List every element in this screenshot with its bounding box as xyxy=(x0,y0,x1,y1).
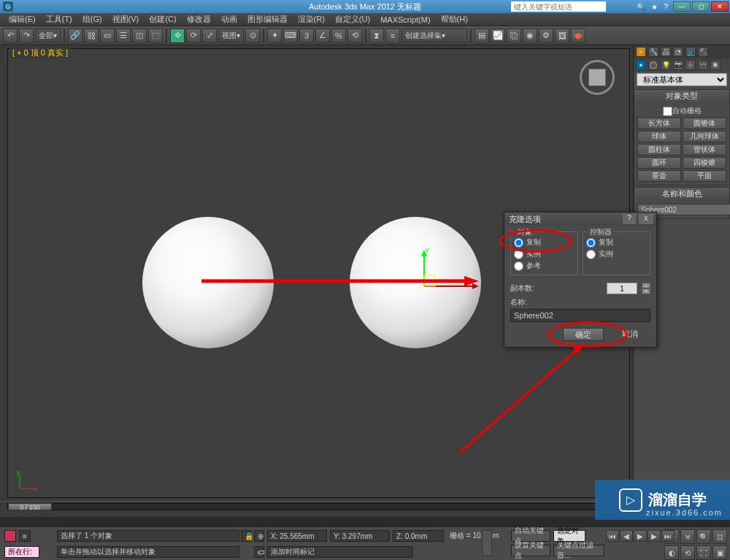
clone-name-input[interactable] xyxy=(510,309,650,322)
unlink-button[interactable]: ⛓ xyxy=(84,28,99,43)
nav-walk[interactable]: ⤧ xyxy=(680,529,695,544)
coord-mode-icon[interactable]: ⊕ xyxy=(254,530,264,542)
star-icon[interactable]: ★ xyxy=(651,3,658,11)
menu-customize[interactable]: 自定义(U) xyxy=(331,13,374,26)
help-search-input[interactable] xyxy=(511,1,606,12)
move-gizmo-icon[interactable]: y xyxy=(402,246,490,334)
schematic-button[interactable]: ⿻ xyxy=(507,28,521,43)
radio-ctrl-instance[interactable]: 实例 xyxy=(586,248,647,260)
key-filters-button[interactable]: 关键点过滤器... xyxy=(553,545,604,556)
time-slider-thumb[interactable]: 0 / 100 xyxy=(8,503,52,510)
menu-group[interactable]: 组(G) xyxy=(78,13,107,26)
redo-button[interactable]: ↷ xyxy=(19,28,34,43)
move-button[interactable]: ✥ xyxy=(170,28,185,43)
menu-help[interactable]: 帮助(H) xyxy=(437,13,472,26)
goto-start-button[interactable]: ⏮ xyxy=(606,530,619,542)
layers-button[interactable]: ▤ xyxy=(474,28,489,43)
curve-editor-button[interactable]: 📈 xyxy=(491,28,505,43)
time-slider-track[interactable]: 0 / 100 xyxy=(7,503,620,510)
nav-zoom[interactable]: 🔍 xyxy=(696,529,711,544)
minimize-button[interactable]: — xyxy=(673,1,691,12)
dialog-titlebar[interactable]: 克隆选项 ? x xyxy=(504,212,656,226)
link-button[interactable]: 🔗 xyxy=(68,28,82,43)
help-icon[interactable]: ? xyxy=(664,3,668,11)
snap-button[interactable]: 3 xyxy=(299,28,314,43)
tab-utilities[interactable]: 🔨 xyxy=(698,47,708,57)
btn-plane[interactable]: 平面 xyxy=(683,170,726,182)
tab-motion[interactable]: ◔ xyxy=(673,47,683,57)
play-button[interactable]: ▶ xyxy=(634,530,647,542)
viewcube[interactable] xyxy=(580,60,615,95)
cancel-button[interactable]: 取消 xyxy=(610,328,650,341)
tab-create[interactable]: ✳ xyxy=(636,47,646,57)
manipulate-button[interactable]: ✦ xyxy=(267,28,282,43)
menu-views[interactable]: 视图(V) xyxy=(108,13,144,26)
material-button[interactable]: ◉ xyxy=(523,28,537,43)
align-button[interactable]: ≡ xyxy=(385,28,400,43)
subtab-shapes[interactable]: ◯ xyxy=(648,60,658,70)
tab-modify[interactable]: 🔧 xyxy=(648,47,658,57)
menu-edit[interactable]: 编辑(E) xyxy=(4,13,40,26)
keyboard-button[interactable]: ⌨ xyxy=(283,28,298,43)
btn-torus[interactable]: 圆环 xyxy=(637,157,681,169)
window-crossing-button[interactable]: ⬚ xyxy=(148,28,163,43)
radio-reference[interactable]: 参考 xyxy=(514,260,575,272)
subtab-cameras[interactable]: 📷 xyxy=(673,60,683,70)
select-name-button[interactable]: ☰ xyxy=(116,28,131,43)
script-rec-icon[interactable] xyxy=(4,530,16,542)
select-region-button[interactable]: ◫ xyxy=(132,28,147,43)
nav-maximize[interactable]: ⛶ xyxy=(696,545,711,560)
timetag-field[interactable]: 添加时间标记 xyxy=(267,546,413,558)
menu-create[interactable]: 创建(C) xyxy=(145,13,180,26)
named-selection-dropdown[interactable]: 创建选择集 ▾ xyxy=(402,28,467,43)
btn-teapot[interactable]: 茶壶 xyxy=(637,170,681,182)
quick-render-button[interactable]: 🫖 xyxy=(571,28,585,43)
autogrid-checkbox[interactable] xyxy=(663,107,672,116)
tab-hierarchy[interactable]: 品 xyxy=(661,47,671,57)
menu-rendering[interactable]: 渲染(R) xyxy=(293,13,329,26)
angle-snap-button[interactable]: ∠ xyxy=(315,28,330,43)
btn-sphere[interactable]: 球体 xyxy=(637,131,681,142)
goto-end-button[interactable]: ⏭ xyxy=(661,530,675,542)
search-mini-icon[interactable]: 🔍 xyxy=(637,3,645,11)
ok-button[interactable]: 确定 xyxy=(563,328,604,341)
copies-spinner[interactable] xyxy=(607,283,637,294)
dialog-close-button[interactable]: x xyxy=(639,214,653,224)
undo-button[interactable]: ↶ xyxy=(3,28,18,43)
set-key-button[interactable]: 设置关键点 xyxy=(511,545,550,556)
nav-orbit[interactable]: ⟲ xyxy=(680,545,695,560)
big-key-button[interactable] xyxy=(482,530,492,556)
prev-frame-button[interactable]: ◀ xyxy=(620,530,633,542)
spinner-down[interactable]: ▼ xyxy=(642,288,650,294)
tab-display[interactable]: 📺 xyxy=(685,47,696,57)
timetag-icon[interactable]: 🏷 xyxy=(254,546,264,558)
geometry-category-dropdown[interactable]: 标准基本体 xyxy=(637,73,727,86)
menu-maxscript[interactable]: MAXScript(M) xyxy=(376,15,434,25)
scale-button[interactable]: ⤢ xyxy=(202,28,217,43)
next-frame-button[interactable]: ▶ xyxy=(648,530,661,542)
maximize-button[interactable]: ◻ xyxy=(692,1,710,12)
nav-fov[interactable]: ◐ xyxy=(664,545,679,560)
radio-instance[interactable]: 实例 xyxy=(514,248,575,260)
dialog-help-button[interactable]: ? xyxy=(623,214,636,224)
radio-ctrl-copy[interactable]: 复制 xyxy=(586,237,647,248)
menu-modifiers[interactable]: 修改器 xyxy=(182,13,215,26)
coord-x[interactable]: X: 25.565mm xyxy=(267,530,327,542)
subtab-spacewarps[interactable]: 〰 xyxy=(698,60,708,70)
coord-z[interactable]: Z: 0.0mm xyxy=(393,530,444,542)
subtab-geometry[interactable]: ● xyxy=(636,60,646,70)
render-setup-button[interactable]: ⚙ xyxy=(539,28,553,43)
scope-dropdown[interactable]: 全部 ▾ xyxy=(35,28,61,43)
nav-region[interactable]: ▣ xyxy=(712,545,727,560)
close-button[interactable]: ✕ xyxy=(711,1,729,12)
sphere-original[interactable] xyxy=(142,217,274,348)
coord-y[interactable]: Y: 3.297mm xyxy=(330,530,390,542)
percent-snap-button[interactable]: % xyxy=(331,28,346,43)
btn-geosphere[interactable]: 几何球体 xyxy=(683,131,726,142)
location-field[interactable]: 所在行: xyxy=(4,546,39,558)
rollout-header-namecolor[interactable]: 名称和颜色 xyxy=(634,188,729,199)
rollout-header-objtype[interactable]: 对象类型 xyxy=(634,90,729,101)
subtab-helpers[interactable]: ⊹ xyxy=(685,60,696,70)
rotate-button[interactable]: ⟳ xyxy=(186,28,201,43)
menu-grapheditor[interactable]: 图形编辑器 xyxy=(243,13,292,26)
